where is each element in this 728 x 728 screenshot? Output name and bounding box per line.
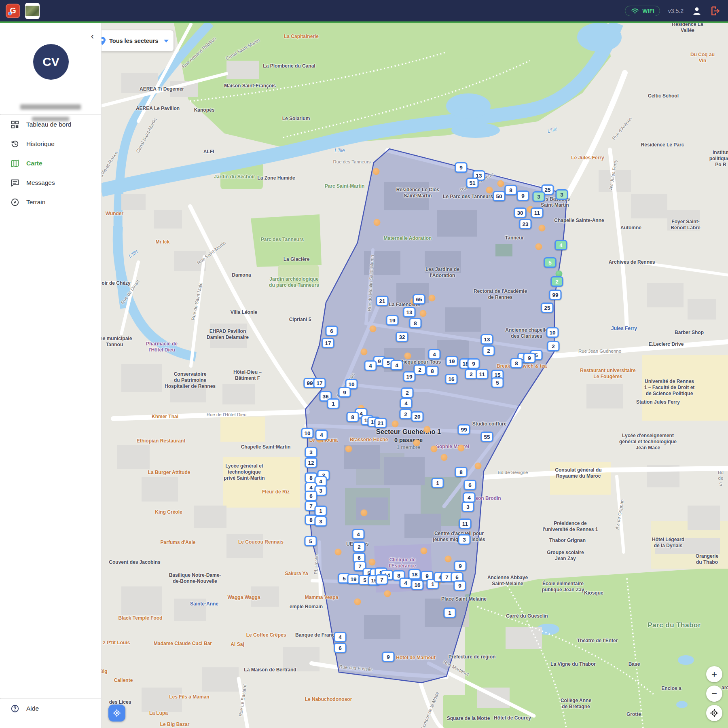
passage-dot-marker[interactable]: [421, 548, 427, 554]
numbered-map-marker[interactable]: 4: [428, 349, 441, 360]
numbered-map-marker[interactable]: 19: [446, 356, 458, 366]
passage-dot-marker[interactable]: [335, 549, 342, 556]
numbered-map-marker[interactable]: 11: [531, 207, 544, 218]
numbered-map-marker[interactable]: 9: [454, 580, 466, 591]
numbered-map-marker[interactable]: 1: [315, 506, 327, 516]
passage-dot-marker[interactable]: [424, 426, 431, 433]
sidebar-item-historique[interactable]: Historique: [0, 134, 101, 154]
numbered-map-marker[interactable]: 1: [327, 398, 340, 409]
numbered-map-marker[interactable]: 8: [455, 467, 468, 477]
passage-dot-marker[interactable]: [458, 445, 465, 452]
numbered-map-marker[interactable]: 10: [546, 327, 559, 338]
sidebar-item-carte[interactable]: Carte: [0, 154, 101, 173]
numbered-map-marker[interactable]: 10: [301, 428, 314, 438]
passage-dot-marker[interactable]: [431, 446, 438, 453]
passage-dot-marker[interactable]: [369, 559, 376, 566]
sidebar-item-tableau-de-bord[interactable]: Tableau de bord: [0, 115, 101, 134]
passage-dot-marker[interactable]: [404, 353, 411, 360]
numbered-map-marker[interactable]: 18: [408, 569, 421, 580]
numbered-map-marker[interactable]: 19: [403, 371, 416, 382]
numbered-map-marker[interactable]: 9: [339, 387, 351, 398]
numbered-map-marker[interactable]: 65: [413, 294, 425, 305]
numbered-map-marker[interactable]: 3: [462, 502, 474, 512]
app-logo-icon[interactable]: G: [6, 4, 20, 18]
numbered-map-marker[interactable]: 9: [455, 162, 468, 173]
numbered-map-marker[interactable]: 8: [426, 366, 439, 376]
sector-selector-dropdown[interactable]: Tous les secteurs: [94, 30, 174, 51]
sidebar-collapse-icon[interactable]: ‹: [91, 31, 94, 42]
numbered-map-marker[interactable]: 23: [519, 219, 532, 229]
numbered-map-marker[interactable]: 99: [549, 290, 562, 300]
geolocate-button[interactable]: [108, 705, 125, 722]
numbered-map-marker[interactable]: 2: [483, 345, 495, 356]
passage-dot-marker[interactable]: [373, 168, 380, 175]
numbered-map-marker[interactable]: 2: [551, 276, 563, 287]
numbered-map-marker[interactable]: 17: [322, 338, 334, 348]
numbered-map-marker[interactable]: 4: [391, 360, 403, 370]
numbered-map-marker[interactable]: 9: [382, 652, 395, 662]
numbered-map-marker[interactable]: 3: [556, 189, 568, 200]
user-icon[interactable]: [692, 6, 702, 16]
numbered-map-marker[interactable]: 8: [505, 185, 517, 195]
passage-dot-marker[interactable]: [392, 421, 399, 427]
numbered-map-marker[interactable]: 1: [444, 607, 456, 618]
passage-dot-marker[interactable]: [370, 326, 377, 332]
passage-dot-marker[interactable]: [497, 180, 504, 187]
numbered-map-marker[interactable]: 16: [411, 580, 424, 590]
numbered-map-marker[interactable]: 11: [476, 369, 489, 379]
logout-icon[interactable]: [710, 6, 721, 16]
photo-thumbnail[interactable]: [25, 3, 40, 19]
numbered-map-marker[interactable]: 25: [541, 303, 554, 313]
numbered-map-marker[interactable]: 13: [481, 334, 493, 345]
numbered-map-marker[interactable]: 2: [547, 341, 560, 351]
numbered-map-marker[interactable]: 4: [364, 360, 377, 371]
numbered-map-marker[interactable]: 51: [466, 178, 479, 188]
numbered-map-marker[interactable]: 19: [386, 315, 399, 326]
numbered-map-marker[interactable]: 12: [305, 457, 317, 468]
passage-dot-marker[interactable]: [475, 463, 482, 470]
numbered-map-marker[interactable]: 2: [401, 387, 414, 398]
avatar[interactable]: CV: [33, 44, 69, 80]
numbered-map-marker[interactable]: 9: [523, 353, 536, 363]
numbered-map-marker[interactable]: 9: [517, 190, 529, 201]
recenter-button[interactable]: [706, 705, 722, 721]
passage-dot-marker[interactable]: [486, 187, 493, 194]
numbered-map-marker[interactable]: 50: [493, 191, 506, 201]
passage-dot-marker[interactable]: [384, 590, 391, 597]
sidebar-item-terrain[interactable]: Terrain: [0, 193, 101, 212]
map-canvas[interactable]: La CapitainerieLa Plomberie du CanalMais…: [101, 23, 728, 728]
passage-dot-marker[interactable]: [429, 295, 436, 302]
numbered-map-marker[interactable]: 2: [353, 542, 366, 552]
passage-dot-marker[interactable]: [374, 219, 381, 226]
numbered-map-marker[interactable]: 13: [403, 307, 416, 317]
numbered-map-marker[interactable]: 5: [305, 536, 317, 546]
passage-dot-marker[interactable]: [441, 454, 448, 461]
numbered-map-marker[interactable]: 9: [468, 358, 480, 369]
numbered-map-marker[interactable]: 1: [432, 478, 444, 488]
numbered-map-marker[interactable]: 7: [376, 574, 388, 585]
numbered-map-marker[interactable]: 3: [305, 447, 317, 457]
numbered-map-marker[interactable]: 21: [376, 296, 389, 306]
numbered-map-marker[interactable]: 11: [459, 518, 472, 529]
passage-dot-marker[interactable]: [539, 225, 546, 232]
passage-dot-marker[interactable]: [413, 440, 420, 447]
numbered-map-marker[interactable]: 16: [445, 374, 458, 384]
numbered-map-marker[interactable]: 4: [352, 529, 365, 540]
numbered-map-marker[interactable]: 3: [458, 534, 471, 545]
numbered-map-marker[interactable]: 2: [400, 409, 412, 419]
numbered-map-marker[interactable]: 99: [458, 424, 470, 435]
numbered-map-marker[interactable]: 4: [400, 398, 413, 408]
passage-dot-marker[interactable]: [361, 510, 368, 516]
numbered-map-marker[interactable]: 55: [481, 432, 493, 442]
numbered-map-marker[interactable]: 3: [315, 516, 327, 527]
numbered-map-marker[interactable]: 21: [375, 418, 387, 428]
passage-dot-marker[interactable]: [445, 556, 452, 563]
numbered-map-marker[interactable]: 5: [544, 257, 557, 268]
numbered-map-marker[interactable]: 4: [334, 632, 347, 642]
zoom-in-button[interactable]: +: [706, 666, 722, 682]
numbered-map-marker[interactable]: 6: [326, 326, 338, 336]
passage-dot-marker[interactable]: [420, 310, 427, 317]
numbered-map-marker[interactable]: 4: [555, 240, 567, 250]
passage-dot-marker[interactable]: [345, 446, 352, 453]
numbered-map-marker[interactable]: 5: [491, 377, 504, 388]
